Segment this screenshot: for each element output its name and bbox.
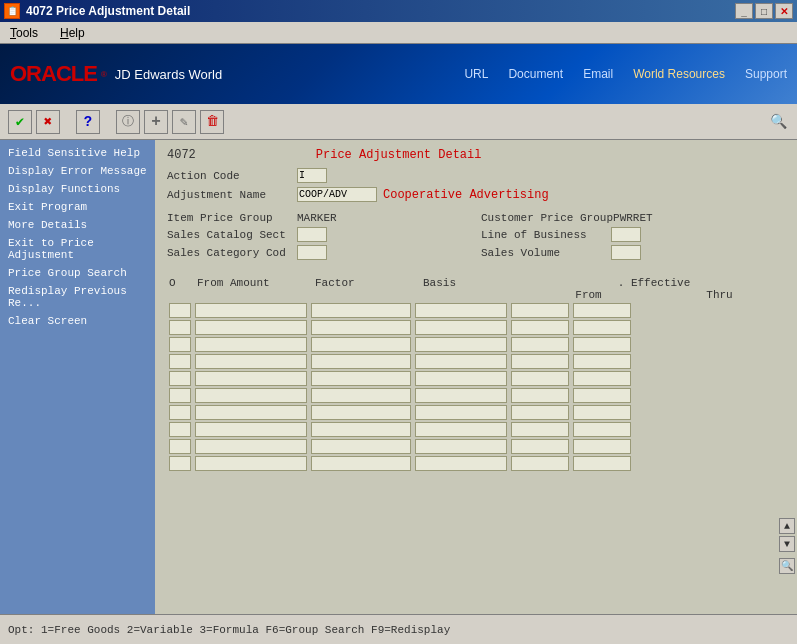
table-row-basis-5[interactable]: [415, 371, 507, 386]
app-icon: 📋: [4, 3, 20, 19]
action-code-input[interactable]: [297, 168, 327, 183]
sidebar-item-exit-program[interactable]: Exit Program: [0, 198, 155, 216]
delete-button[interactable]: 🗑: [200, 110, 224, 134]
minimize-button[interactable]: _: [735, 3, 753, 19]
table-row-eff-from-7[interactable]: [511, 405, 569, 420]
table-row-o-10[interactable]: [169, 456, 191, 471]
sidebar-item-exit-price-adjustment[interactable]: Exit to Price Adjustment: [0, 234, 155, 264]
table-row-basis-4[interactable]: [415, 354, 507, 369]
line-of-business-row: Line of Business: [481, 227, 785, 242]
sales-volume-input[interactable]: [611, 245, 641, 260]
line-of-business-input[interactable]: [611, 227, 641, 242]
sidebar-item-price-group-search[interactable]: Price Group Search: [0, 264, 155, 282]
table-row-eff-thru-10[interactable]: [573, 456, 631, 471]
table-row-factor-10[interactable]: [311, 456, 411, 471]
table-row-from-1[interactable]: [195, 303, 307, 318]
sales-catalog-input[interactable]: [297, 227, 327, 242]
table-row-o-7[interactable]: [169, 405, 191, 420]
sidebar-item-display-functions[interactable]: Display Functions: [0, 180, 155, 198]
table-row-basis-3[interactable]: [415, 337, 507, 352]
table-row-factor-4[interactable]: [311, 354, 411, 369]
table-row-factor-8[interactable]: [311, 422, 411, 437]
ok-button[interactable]: ✔: [8, 110, 32, 134]
nav-document[interactable]: Document: [508, 67, 563, 81]
table-row-eff-thru-7[interactable]: [573, 405, 631, 420]
table-row-o-6[interactable]: [169, 388, 191, 403]
table-row-factor-9[interactable]: [311, 439, 411, 454]
table-row-basis-6[interactable]: [415, 388, 507, 403]
table-row-eff-from-9[interactable]: [511, 439, 569, 454]
menu-tools[interactable]: Tools: [4, 24, 44, 42]
table-row-factor-1[interactable]: [311, 303, 411, 318]
table-row-eff-from-8[interactable]: [511, 422, 569, 437]
search-icon[interactable]: 🔍: [767, 111, 789, 133]
table-row-eff-from-1[interactable]: [511, 303, 569, 318]
table-row-basis-8[interactable]: [415, 422, 507, 437]
table-row-factor-2[interactable]: [311, 320, 411, 335]
table-row-eff-from-4[interactable]: [511, 354, 569, 369]
table-row-basis-2[interactable]: [415, 320, 507, 335]
table-row-from-7[interactable]: [195, 405, 307, 420]
sidebar-item-more-details[interactable]: More Details: [0, 216, 155, 234]
table-row-from-2[interactable]: [195, 320, 307, 335]
scroll-down-button[interactable]: ▼: [779, 536, 795, 552]
table-row-from-6[interactable]: [195, 388, 307, 403]
table-row-eff-from-2[interactable]: [511, 320, 569, 335]
table-row-eff-from-5[interactable]: [511, 371, 569, 386]
table-row-o-2[interactable]: [169, 320, 191, 335]
table-row-eff-thru-9[interactable]: [573, 439, 631, 454]
table-row-from-4[interactable]: [195, 354, 307, 369]
table-row-eff-thru-1[interactable]: [573, 303, 631, 318]
table-row-basis-10[interactable]: [415, 456, 507, 471]
table-row-o-9[interactable]: [169, 439, 191, 454]
table-row-o-8[interactable]: [169, 422, 191, 437]
nav-support[interactable]: Support: [745, 67, 787, 81]
edit-button[interactable]: ✎: [172, 110, 196, 134]
table-row-eff-thru-6[interactable]: [573, 388, 631, 403]
table-row-factor-6[interactable]: [311, 388, 411, 403]
maximize-button[interactable]: □: [755, 3, 773, 19]
add-button[interactable]: +: [144, 110, 168, 134]
sidebar-item-redisplay-previous[interactable]: Redisplay Previous Re...: [0, 282, 155, 312]
menu-help[interactable]: Help: [54, 24, 91, 42]
table-row-eff-thru-3[interactable]: [573, 337, 631, 352]
table-row-from-8[interactable]: [195, 422, 307, 437]
table-row-eff-from-10[interactable]: [511, 456, 569, 471]
sidebar-item-field-sensitive-help[interactable]: Field Sensitive Help: [0, 144, 155, 162]
table-row-o-4[interactable]: [169, 354, 191, 369]
table-row-from-9[interactable]: [195, 439, 307, 454]
customer-price-group-label: Customer Price Group: [481, 212, 613, 224]
table-row-basis-1[interactable]: [415, 303, 507, 318]
table-row-from-3[interactable]: [195, 337, 307, 352]
table-row-eff-from-3[interactable]: [511, 337, 569, 352]
nav-world-resources[interactable]: World Resources: [633, 67, 725, 81]
table-row-eff-thru-8[interactable]: [573, 422, 631, 437]
table-row-factor-5[interactable]: [311, 371, 411, 386]
table-row-o-5[interactable]: [169, 371, 191, 386]
scroll-up-button[interactable]: ▲: [779, 518, 795, 534]
close-button[interactable]: ✕: [775, 3, 793, 19]
table-row-eff-thru-5[interactable]: [573, 371, 631, 386]
help-button[interactable]: ?: [76, 110, 100, 134]
scroll-zoom-in-button[interactable]: 🔍: [779, 558, 795, 574]
sidebar-item-display-error-message[interactable]: Display Error Message: [0, 162, 155, 180]
table-row-factor-3[interactable]: [311, 337, 411, 352]
customer-price-group-row: Customer Price Group PWRRET: [481, 212, 785, 224]
table-row-o-1[interactable]: [169, 303, 191, 318]
info-button[interactable]: ⓘ: [116, 110, 140, 134]
table-row-basis-7[interactable]: [415, 405, 507, 420]
table-row-o-3[interactable]: [169, 337, 191, 352]
table-row-from-5[interactable]: [195, 371, 307, 386]
nav-url[interactable]: URL: [464, 67, 488, 81]
table-row-basis-9[interactable]: [415, 439, 507, 454]
table-row-from-10[interactable]: [195, 456, 307, 471]
sidebar-item-clear-screen[interactable]: Clear Screen: [0, 312, 155, 330]
nav-email[interactable]: Email: [583, 67, 613, 81]
table-row-eff-thru-2[interactable]: [573, 320, 631, 335]
table-row-factor-7[interactable]: [311, 405, 411, 420]
adjustment-name-input[interactable]: [297, 187, 377, 202]
sales-category-input[interactable]: [297, 245, 327, 260]
table-row-eff-thru-4[interactable]: [573, 354, 631, 369]
table-row-eff-from-6[interactable]: [511, 388, 569, 403]
cancel-button[interactable]: ✖: [36, 110, 60, 134]
